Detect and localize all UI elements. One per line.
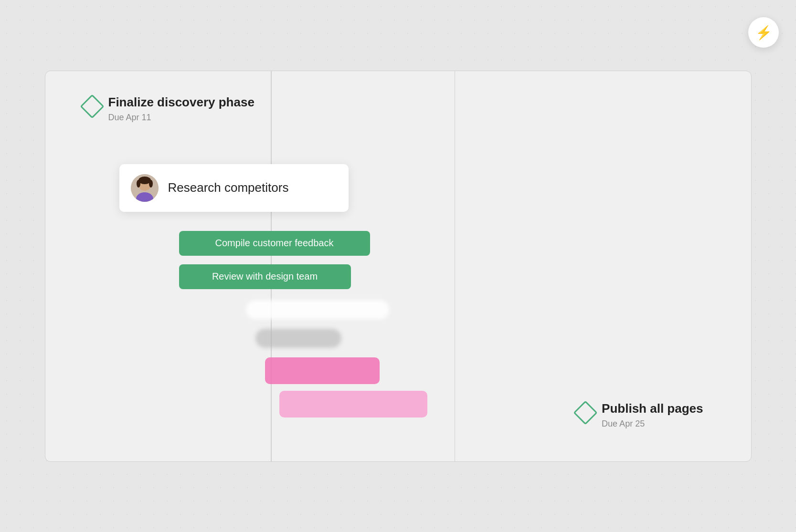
milestone-finalize-title: Finalize discovery phase	[108, 95, 255, 110]
milestone-publish-info: Publish all pages Due Apr 25	[602, 401, 703, 429]
task-review-label: Review with design team	[202, 271, 327, 282]
milestone-diamond-icon	[80, 94, 104, 118]
task-compile-label: Compile customer feedback	[206, 238, 343, 249]
milestone-publish-title: Publish all pages	[602, 401, 703, 416]
task-placeholder-2	[255, 329, 341, 348]
task-review-design[interactable]: Review with design team	[179, 264, 351, 289]
gantt-chart-card: Finalize discovery phase Due Apr 11 Rese…	[45, 71, 752, 462]
task-research-competitors[interactable]: Research competitors	[119, 164, 349, 212]
milestone-finalize-due: Due Apr 11	[108, 113, 255, 123]
svg-point-5	[149, 180, 153, 188]
milestone-publish-due: Due Apr 25	[602, 419, 703, 429]
task-compile-feedback[interactable]: Compile customer feedback	[179, 231, 370, 256]
milestone-finalize: Finalize discovery phase Due Apr 11	[84, 95, 255, 123]
task-pink-2	[279, 391, 427, 417]
grid-line-2	[455, 71, 456, 461]
svg-point-4	[137, 180, 140, 188]
milestone-finalize-info: Finalize discovery phase Due Apr 11	[108, 95, 255, 123]
task-research-label: Research competitors	[168, 180, 289, 195]
task-pink-1	[265, 357, 380, 384]
task-avatar	[131, 174, 159, 202]
milestone-publish: Publish all pages Due Apr 25	[577, 401, 703, 429]
lightning-action-button[interactable]: ⚡	[748, 17, 779, 48]
task-placeholder-1	[246, 300, 389, 319]
lightning-icon: ⚡	[755, 25, 772, 41]
milestone-publish-diamond-icon	[573, 400, 598, 425]
